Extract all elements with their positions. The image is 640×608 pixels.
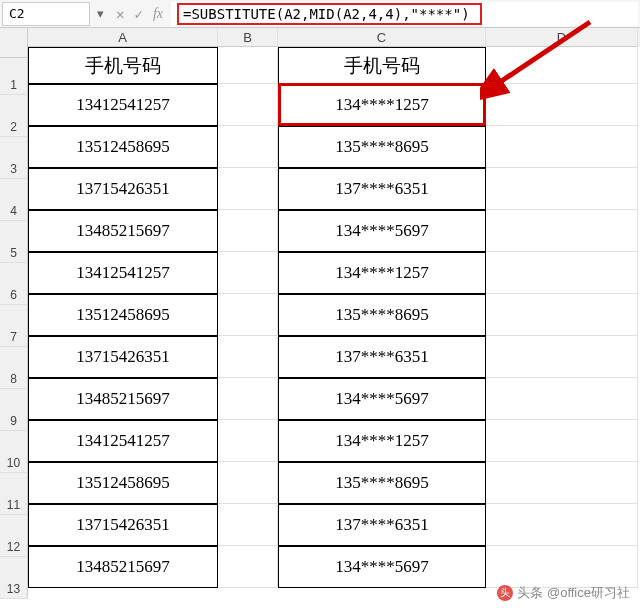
watermark: 头 头条 @office研习社 — [497, 584, 630, 602]
cell-D2[interactable] — [486, 84, 638, 126]
cancel-icon[interactable]: ✕ — [116, 6, 124, 22]
cell-A1[interactable]: 手机号码 — [28, 47, 218, 84]
cell-C3[interactable]: 135****8695 — [278, 126, 486, 168]
cell-B11[interactable] — [218, 462, 278, 504]
name-box[interactable]: C2 — [2, 2, 90, 26]
cell-C10[interactable]: 134****1257 — [278, 420, 486, 462]
cell-B4[interactable] — [218, 168, 278, 210]
cell-C11[interactable]: 135****8695 — [278, 462, 486, 504]
cell-D10[interactable] — [486, 420, 638, 462]
row-header-11[interactable]: 11 — [0, 473, 28, 515]
row-header-13[interactable]: 13 — [0, 557, 28, 599]
formula-input[interactable]: =SUBSTITUTE(A2,MID(A2,4,4),"****") — [171, 2, 638, 26]
cell-A2[interactable]: 13412541257 — [28, 84, 218, 126]
select-all-corner[interactable] — [0, 28, 28, 58]
row-header-5[interactable]: 5 — [0, 221, 28, 263]
watermark-icon: 头 — [497, 585, 513, 601]
formula-text: =SUBSTITUTE(A2,MID(A2,4,4),"****") — [177, 3, 482, 25]
cell-D11[interactable] — [486, 462, 638, 504]
cell-A6[interactable]: 13412541257 — [28, 252, 218, 294]
cell-D9[interactable] — [486, 378, 638, 420]
row-header-8[interactable]: 8 — [0, 347, 28, 389]
cell-A8[interactable]: 13715426351 — [28, 336, 218, 378]
cell-B2[interactable] — [218, 84, 278, 126]
watermark-text: 头条 @office研习社 — [517, 584, 630, 602]
row-header-column: 1 2 3 4 5 6 7 8 9 10 11 12 13 — [0, 28, 28, 588]
cell-C13[interactable]: 134****5697 — [278, 546, 486, 588]
row-header-4[interactable]: 4 — [0, 179, 28, 221]
row-header-10[interactable]: 10 — [0, 431, 28, 473]
grid-body: 手机号码 手机号码 13412541257134****1257 1351245… — [28, 47, 640, 588]
cell-B5[interactable] — [218, 210, 278, 252]
row-header-2[interactable]: 2 — [0, 95, 28, 137]
row-header-7[interactable]: 7 — [0, 305, 28, 347]
cell-D6[interactable] — [486, 252, 638, 294]
cell-C2[interactable]: 134****1257 — [278, 84, 486, 126]
cell-D5[interactable] — [486, 210, 638, 252]
row-header-1[interactable]: 1 — [0, 58, 28, 95]
cell-D4[interactable] — [486, 168, 638, 210]
row-header-3[interactable]: 3 — [0, 137, 28, 179]
col-header-C[interactable]: C — [278, 28, 486, 47]
cell-B8[interactable] — [218, 336, 278, 378]
cell-D8[interactable] — [486, 336, 638, 378]
column-headers: A B C D — [28, 28, 640, 47]
formula-bar: C2 ▾ ✕ ✓ fx =SUBSTITUTE(A2,MID(A2,4,4),"… — [0, 0, 640, 28]
cell-C5[interactable]: 134****5697 — [278, 210, 486, 252]
cell-C9[interactable]: 134****5697 — [278, 378, 486, 420]
cell-A11[interactable]: 13512458695 — [28, 462, 218, 504]
cell-B7[interactable] — [218, 294, 278, 336]
cell-D13[interactable] — [486, 546, 638, 588]
col-header-D[interactable]: D — [486, 28, 638, 47]
cell-C4[interactable]: 137****6351 — [278, 168, 486, 210]
cell-D1[interactable] — [486, 47, 638, 84]
cell-D7[interactable] — [486, 294, 638, 336]
cell-B12[interactable] — [218, 504, 278, 546]
col-header-B[interactable]: B — [218, 28, 278, 47]
cell-C8[interactable]: 137****6351 — [278, 336, 486, 378]
spreadsheet: 1 2 3 4 5 6 7 8 9 10 11 12 13 A B C D 手机… — [0, 28, 640, 588]
row-header-12[interactable]: 12 — [0, 515, 28, 557]
cell-B9[interactable] — [218, 378, 278, 420]
check-icon[interactable]: ✓ — [134, 6, 142, 22]
cell-B6[interactable] — [218, 252, 278, 294]
cell-B1[interactable] — [218, 47, 278, 84]
cell-A3[interactable]: 13512458695 — [28, 126, 218, 168]
grid-area: A B C D 手机号码 手机号码 13412541257134****1257… — [28, 28, 640, 588]
cell-C12[interactable]: 137****6351 — [278, 504, 486, 546]
cell-C6[interactable]: 134****1257 — [278, 252, 486, 294]
cell-A13[interactable]: 13485215697 — [28, 546, 218, 588]
cell-D3[interactable] — [486, 126, 638, 168]
cell-A5[interactable]: 13485215697 — [28, 210, 218, 252]
cell-C1[interactable]: 手机号码 — [278, 47, 486, 84]
cell-A9[interactable]: 13485215697 — [28, 378, 218, 420]
cell-B13[interactable] — [218, 546, 278, 588]
col-header-A[interactable]: A — [28, 28, 218, 47]
cell-A12[interactable]: 13715426351 — [28, 504, 218, 546]
cell-D12[interactable] — [486, 504, 638, 546]
cell-B3[interactable] — [218, 126, 278, 168]
row-header-9[interactable]: 9 — [0, 389, 28, 431]
fx-icon[interactable]: fx — [153, 6, 163, 22]
name-box-dropdown[interactable]: ▾ — [92, 6, 108, 21]
cell-A10[interactable]: 13412541257 — [28, 420, 218, 462]
formula-bar-buttons: ✕ ✓ fx — [108, 6, 171, 22]
row-header-6[interactable]: 6 — [0, 263, 28, 305]
cell-B10[interactable] — [218, 420, 278, 462]
cell-C7[interactable]: 135****8695 — [278, 294, 486, 336]
cell-A4[interactable]: 13715426351 — [28, 168, 218, 210]
cell-A7[interactable]: 13512458695 — [28, 294, 218, 336]
